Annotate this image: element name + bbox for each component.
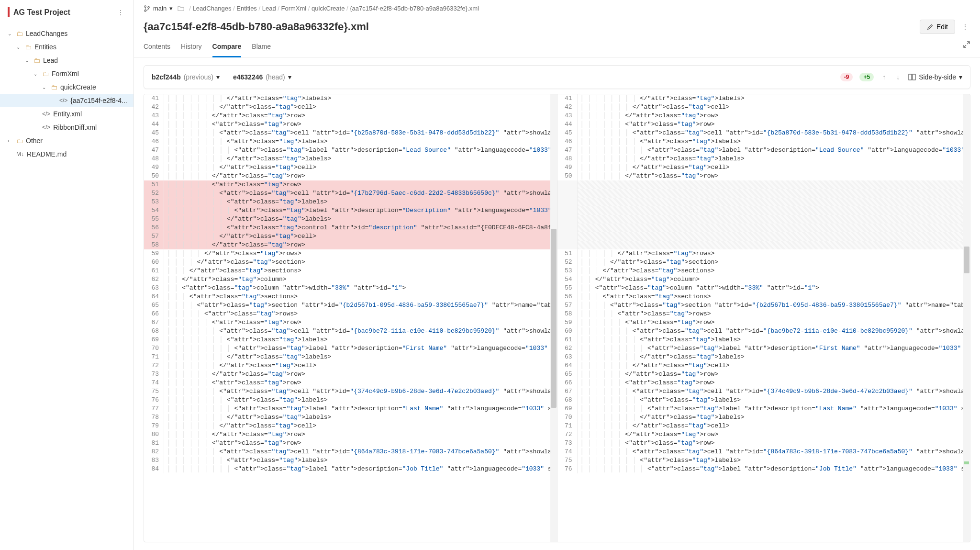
code-line: 48│ │ │ │ │ │ │ │ </"attr">class="tag">l… [144,155,557,163]
code-line: 82│ │ │ │ │ │ │ <"attr">class="tag">cell… [144,448,557,456]
code-text: │ │ │ │ │ │ <"attr">class="tag">row> [164,439,557,448]
breadcrumb-item[interactable]: Lead [262,5,276,12]
line-number: 63 [144,284,164,292]
code-text: │ │ │ │ │ │ │ │ <"attr">class="tag">labe… [578,456,970,465]
revision-right-selector[interactable]: e4632246 (head) ▾ [233,73,291,81]
tree-folder[interactable]: ⌄🗀quickCreate [0,80,134,94]
code-text: │ │ │ │ </"attr">class="tag">section> [164,258,557,267]
code-line: 66│ │ │ │ │ │ <"attr">class="tag">row> [557,379,970,387]
code-line: 44│ │ │ │ │ │ <"attr">class="tag">row> [557,120,970,129]
line-number: 49 [557,163,578,172]
code-text: │ │ │ │ │ │ </"attr">class="tag">row> [164,241,557,249]
tree-file[interactable]: </>{aa7c154f-e2f8-4... [0,94,134,107]
code-line: 81│ │ │ │ │ │ <"attr">class="tag">row> [144,439,557,448]
line-number: 75 [144,387,164,396]
view-mode-selector[interactable]: Side-by-side ▾ [908,73,962,81]
code-line [557,189,970,198]
breadcrumb-item[interactable]: LeadChanges [192,5,231,12]
code-line: 65│ │ │ │ │ │ </"attr">class="tag">row> [557,370,970,379]
tree-folder[interactable]: ⌄🗀Lead [0,54,134,67]
code-text: │ │ │ │ │ │ │ <"attr">class="tag">cell "… [578,448,970,456]
code-line: 61│ │ │ </"attr">class="tag">sections> [144,267,557,275]
tree-item-label: LeadChanges [26,30,67,37]
code-line: 71│ │ │ │ │ │ │ </"attr">class="tag">cel… [557,422,970,430]
code-line [557,180,970,189]
code-line: 63│ │ <"attr">class="tag">column "attr">… [144,284,557,292]
chevron-right-icon: › [8,138,13,144]
line-number: 42 [144,103,164,112]
code-line: 52│ │ │ │ │ │ │ <"attr">class="tag">cell… [144,189,557,198]
line-number [557,206,578,215]
code-text: │ │ │ │ │ │ <"attr">class="tag">row> [164,120,557,129]
prev-diff-icon[interactable]: ↑ [880,71,888,83]
code-text: │ │ │ │ │ │ │ │ <"attr">class="tag">labe… [578,137,970,146]
code-text: │ │ │ │ │ │ │ <"attr">class="tag">cell "… [164,129,557,137]
more-icon[interactable]: ⋮ [115,7,126,18]
code-text: │ │ │ │ │ │ </"attr">class="tag">row> [164,172,557,180]
code-text: │ │ │ │ │ │ │ <"attr">class="tag">cell "… [164,327,557,336]
file-tree: ⌄🗀LeadChanges⌄🗀Entities⌄🗀Lead⌄🗀FormXml⌄🗀… [0,25,134,163]
breadcrumb-item[interactable]: {aa7c154f-e2f8-45db-b780-a9a8a96332fe}.x… [350,5,479,12]
edit-button[interactable]: Edit [920,20,955,34]
tree-folder[interactable]: ⌄🗀LeadChanges [0,27,134,40]
tab-compare[interactable]: Compare [212,39,242,57]
branch-name: main [153,5,167,12]
revision-left-selector[interactable]: b2cf244b (previous) ▾ [152,73,220,81]
tree-file[interactable]: </>Entity.xml [0,107,134,121]
code-line: 53│ │ │ │ │ │ │ │ <"attr">class="tag">la… [144,198,557,206]
code-line: 47│ │ │ │ │ │ │ │ │ <"attr">class="tag">… [557,146,970,155]
code-line: 51│ │ │ │ │ │ <"attr">class="tag">row> [144,180,557,189]
code-text: │ │ │ │ │ │ │ <"attr">class="tag">cell "… [164,387,557,396]
line-number: 49 [144,163,164,172]
code-text: │ │ │ │ │ │ <"attr">class="tag">row> [578,379,970,387]
xml-file-icon: </> [42,124,50,131]
tree-file[interactable]: M↓README.md [0,147,134,161]
code-line: 62│ │ </"attr">class="tag">column> [144,275,557,284]
line-number: 69 [557,404,578,413]
scrollbar[interactable] [963,94,970,542]
code-text: │ │ │ │ │ │ │ │ <"attr">class="tag">labe… [164,198,557,206]
code-text: │ │ │ │ │ │ │ │ <"attr">class="tag">labe… [164,137,557,146]
project-title[interactable]: AG Test Project [8,8,70,17]
diff-pane-right[interactable]: 41│ │ │ │ │ │ │ │ </"attr">class="tag">l… [557,94,970,542]
line-number: 41 [557,94,578,103]
tree-file[interactable]: </>RibbonDiff.xml [0,121,134,134]
code-line: 84│ │ │ │ │ │ │ │ │ <"attr">class="tag">… [144,465,557,473]
code-line: 42│ │ │ │ │ │ │ </"attr">class="tag">cel… [557,103,970,112]
code-text [578,224,970,232]
line-number: 69 [144,336,164,344]
line-number: 58 [144,241,164,249]
more-icon[interactable]: ⋮ [960,21,970,33]
expand-icon[interactable] [963,41,970,48]
next-diff-icon[interactable]: ↓ [894,71,902,83]
line-number [557,180,578,189]
branch-selector[interactable]: main ▾ [144,5,173,12]
line-number: 79 [144,422,164,430]
code-text: │ │ │ │ │ │ │ <"attr">class="tag">cell "… [164,448,557,456]
code-line: 73│ │ │ │ │ │ <"attr">class="tag">row> [557,439,970,448]
breadcrumb-item[interactable]: quickCreate [312,5,345,12]
tab-contents[interactable]: Contents [144,39,170,57]
breadcrumb-item[interactable]: FormXml [281,5,306,12]
folder-icon: 🗀 [16,30,23,37]
scrollbar[interactable] [550,94,557,542]
tab-blame[interactable]: Blame [252,39,271,57]
tab-history[interactable]: History [181,39,202,57]
code-text: │ │ │ │ │ │ │ │ <"attr">class="tag">labe… [164,396,557,404]
diff-pane-left[interactable]: 41│ │ │ │ │ │ │ │ </"attr">class="tag">l… [144,94,557,542]
code-text: │ │ │ │ │ │ │ │ │ <"attr">class="tag">la… [578,344,970,353]
breadcrumb-item[interactable]: Entities [236,5,257,12]
pencil-icon [927,23,934,30]
code-text: │ │ │ │ │ │ │ │ │ <"attr">class="tag">la… [164,344,557,353]
code-text: │ │ │ │ │ │ │ </"attr">class="tag">cell> [164,361,557,370]
line-number: 65 [557,370,578,379]
chevron-down-icon: ▾ [288,73,291,81]
code-line: 69│ │ │ │ │ │ │ │ │ <"attr">class="tag">… [557,404,970,413]
line-number: 55 [144,215,164,224]
tree-folder[interactable]: ⌄🗀FormXml [0,67,134,80]
tree-folder[interactable]: ›🗀Other [0,134,134,147]
tree-folder[interactable]: ⌄🗀Entities [0,40,134,54]
revision-right-hash: e4632246 [233,73,263,81]
code-text: │ │ <"attr">class="tag">column "attr">wi… [578,284,970,292]
code-text: │ │ │ │ │ │ │ │ <"attr">class="tag">labe… [578,396,970,404]
